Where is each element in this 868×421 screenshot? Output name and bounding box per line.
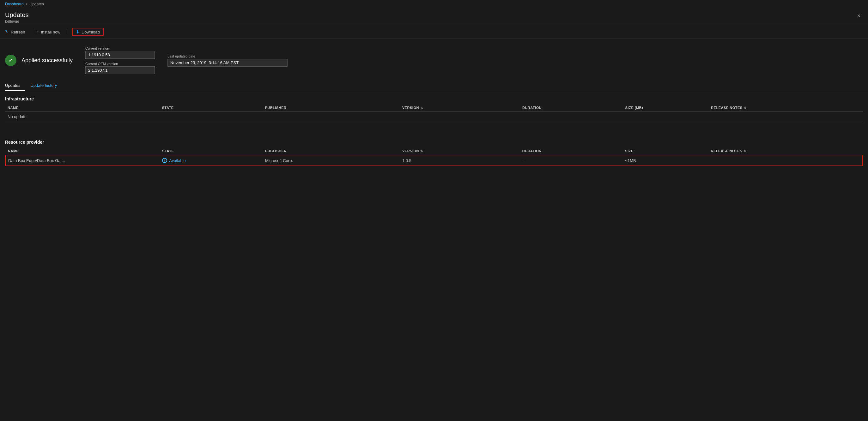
rp-version-cell: 1.0.5 — [400, 155, 520, 166]
oem-version-value: 2.1.1907.1 — [85, 66, 155, 74]
rp-size-cell: <1MB — [622, 155, 708, 166]
breadcrumb: Dashboard > Updates — [0, 0, 868, 8]
rp-col-header-duration: DURATION — [520, 147, 623, 155]
refresh-icon: ↻ — [5, 29, 9, 34]
infra-size-cell — [623, 112, 709, 122]
infra-publisher-cell — [262, 112, 399, 122]
resource-provider-section: Resource provider NAME STATE PUBLISHER V… — [0, 134, 868, 166]
status-section: ✓ Applied successfully Current version 1… — [0, 39, 868, 80]
last-updated-label: Last updated date — [167, 54, 287, 58]
col-header-name: NAME — [5, 104, 160, 112]
last-updated-value: November 23, 2019, 3:14:16 AM PST — [167, 59, 287, 67]
rp-col-header-version[interactable]: VERSION ⇅ — [400, 147, 520, 155]
panel-subtitle: bellevue — [5, 19, 29, 24]
infra-state-cell — [160, 112, 262, 122]
col-header-state: STATE — [160, 104, 262, 112]
col-header-version[interactable]: VERSION ⇅ — [400, 104, 520, 112]
status-text: Applied successfully — [22, 57, 73, 64]
release-sort-icon: ⇅ — [744, 106, 747, 109]
infra-release-cell — [708, 112, 863, 122]
toolbar: ↻ Refresh ↑ Install now ⬇ Download — [0, 25, 868, 39]
download-icon: ⬇ — [76, 29, 80, 34]
col-header-duration: DURATION — [520, 104, 623, 112]
infrastructure-section: Infrastructure NAME STATE PUBLISHER VERS… — [0, 91, 868, 122]
refresh-button[interactable]: ↻ Refresh — [5, 28, 29, 36]
rp-state-cell: i Available — [160, 155, 262, 166]
rp-col-header-release[interactable]: RELEASE NOTES ⇅ — [708, 147, 863, 155]
rp-col-header-publisher: PUBLISHER — [262, 147, 400, 155]
tab-updates[interactable]: Updates — [5, 80, 25, 91]
infrastructure-header-row: NAME STATE PUBLISHER VERSION ⇅ DURATION … — [5, 104, 863, 112]
infra-version-cell — [400, 112, 520, 122]
last-updated-group: Last updated date November 23, 2019, 3:1… — [167, 54, 287, 67]
current-version-group: Current version 1.1910.0.58 — [85, 46, 155, 59]
success-icon: ✓ — [5, 55, 17, 66]
date-fields: Last updated date November 23, 2019, 3:1… — [167, 54, 287, 67]
breadcrumb-separator: > — [26, 2, 28, 6]
resource-header-row: NAME STATE PUBLISHER VERSION ⇅ DURATION … — [5, 147, 863, 155]
rp-publisher-cell: Microsoft Corp. — [262, 155, 400, 166]
resource-provider-table: NAME STATE PUBLISHER VERSION ⇅ DURATION … — [5, 147, 863, 166]
close-button[interactable]: × — [855, 11, 863, 21]
col-header-size-mb: SIZE (MB) — [623, 104, 709, 112]
rp-name-cell: Data Box Edge/Data Box Gat... — [5, 155, 160, 166]
rp-col-header-size: SIZE — [622, 147, 708, 155]
version-fields: Current version 1.1910.0.58 Current OEM … — [85, 46, 155, 74]
resource-provider-row-1[interactable]: Data Box Edge/Data Box Gat... i Availabl… — [5, 155, 863, 166]
infrastructure-table: NAME STATE PUBLISHER VERSION ⇅ DURATION … — [5, 104, 863, 122]
rp-release-cell — [708, 155, 863, 166]
status-badge-area: ✓ Applied successfully — [5, 55, 73, 66]
rp-release-sort-icon: ⇅ — [744, 150, 746, 153]
oem-version-group: Current OEM version 2.1.1907.1 — [85, 62, 155, 74]
infrastructure-title: Infrastructure — [5, 96, 863, 101]
breadcrumb-dashboard-link[interactable]: Dashboard — [5, 2, 24, 6]
toolbar-divider-2 — [68, 29, 68, 35]
tab-update-history[interactable]: Update history — [30, 80, 62, 91]
available-badge: i Available — [162, 158, 260, 163]
install-icon: ↑ — [37, 29, 39, 34]
refresh-label: Refresh — [11, 30, 25, 34]
infra-name-cell: No update — [5, 112, 160, 122]
current-version-value: 1.1910.0.58 — [85, 51, 155, 59]
download-label: Download — [82, 30, 100, 34]
col-header-publisher: PUBLISHER — [262, 104, 399, 112]
download-button[interactable]: ⬇ Download — [72, 28, 104, 36]
col-header-release-notes[interactable]: RELEASE NOTES ⇅ — [708, 104, 863, 112]
install-now-button[interactable]: ↑ Install now — [37, 28, 64, 36]
panel-header: Updates bellevue × — [0, 8, 868, 25]
rp-col-header-name: NAME — [5, 147, 160, 155]
oem-version-label: Current OEM version — [85, 62, 155, 66]
rp-col-header-state: STATE — [160, 147, 262, 155]
infra-duration-cell — [520, 112, 623, 122]
page-title: Updates — [5, 11, 29, 19]
current-version-label: Current version — [85, 46, 155, 50]
version-sort-icon: ⇅ — [420, 106, 423, 109]
rp-duration-cell: -- — [520, 155, 623, 166]
rp-version-sort-icon: ⇅ — [420, 150, 423, 153]
install-label: Install now — [41, 30, 60, 34]
available-label: Available — [169, 158, 186, 163]
breadcrumb-current: Updates — [30, 2, 44, 6]
tabs-bar: Updates Update history — [0, 80, 868, 91]
available-info-icon: i — [162, 158, 167, 163]
resource-provider-title: Resource provider — [5, 139, 863, 144]
infrastructure-row-1: No update — [5, 112, 863, 122]
